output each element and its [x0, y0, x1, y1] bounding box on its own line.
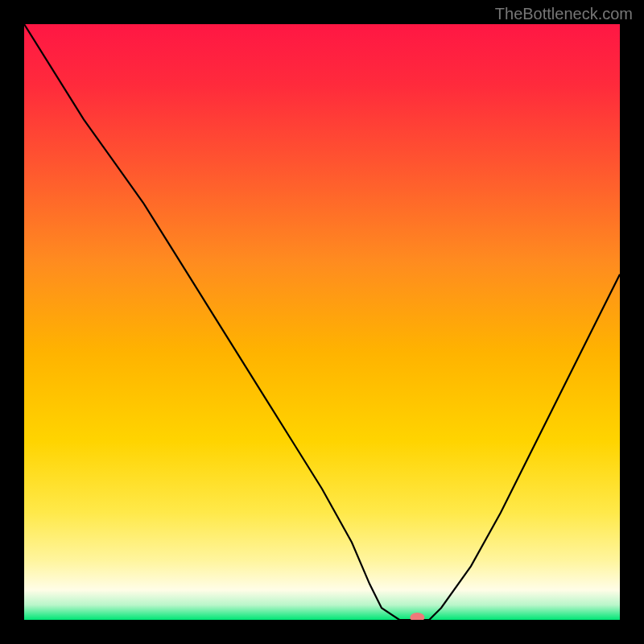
watermark-text: TheBottleneck.com — [495, 5, 633, 23]
bottleneck-chart — [24, 24, 620, 620]
gradient-background — [24, 24, 620, 620]
chart-container — [24, 24, 620, 620]
